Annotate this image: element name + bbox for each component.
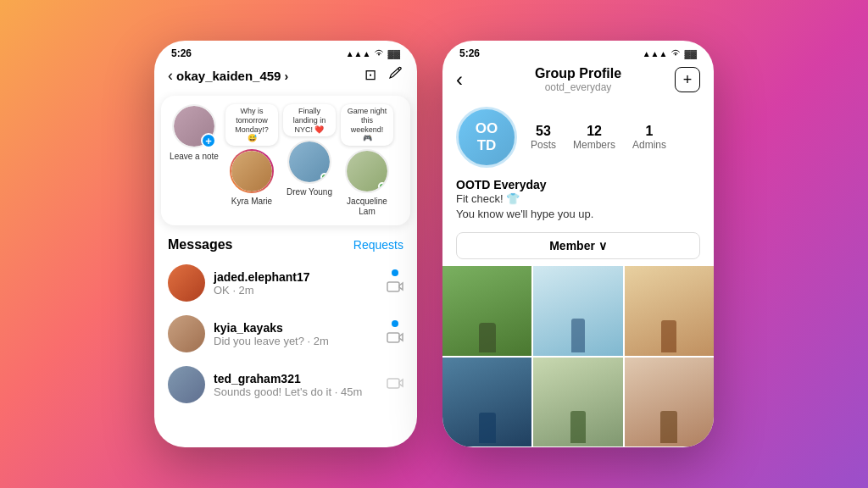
left-phone: 5:26 ▲▲▲ ▓▓ ‹ okay_kaiden_459 › ⊡ <box>154 41 417 447</box>
left-nav: ‹ okay_kaiden_459 › ⊡ <box>154 63 417 92</box>
svg-rect-2 <box>387 379 399 388</box>
members-label: Members <box>573 139 615 151</box>
nav-title-left[interactable]: ‹ okay_kaiden_459 › <box>168 67 288 85</box>
add-note-item[interactable]: + Leave a note <box>168 104 220 162</box>
message-item-1[interactable]: jaded.elephant17 OK · 2m <box>154 258 417 308</box>
kyra-note: Why is tomorrow Monday!? 😅 <box>225 104 278 146</box>
unread-dot-2 <box>392 320 398 327</box>
jacqueline-avatar[interactable] <box>345 149 389 193</box>
message-item-2[interactable]: kyia_kayaks Did you leave yet? · 2m <box>154 308 417 359</box>
posts-count: 53 <box>536 124 551 139</box>
nav-icons: ⊡ <box>364 66 403 86</box>
camera-icon-1[interactable] <box>387 280 403 297</box>
story-drew[interactable]: Finally landing in NYC! ❤️ Drew Young <box>283 104 336 197</box>
unread-dot-1 <box>392 269 398 276</box>
msg-preview-3: Sounds good! Let's do it · 45m <box>214 385 378 398</box>
camera-icon-3[interactable] <box>387 376 403 394</box>
svg-rect-1 <box>387 333 399 342</box>
msg-right-2 <box>387 320 403 348</box>
msg-avatar-2 <box>168 315 205 352</box>
wifi-icon-right <box>670 47 681 59</box>
member-button[interactable]: Member ∨ <box>456 232 700 259</box>
photo-1[interactable] <box>442 266 531 355</box>
group-profile-header: OO TD 53 Posts 12 Members 1 Admins <box>442 100 714 175</box>
photo-grid <box>442 266 714 446</box>
msg-right-1 <box>387 269 403 297</box>
stat-members: 12 Members <box>573 124 615 151</box>
back-arrow[interactable]: ‹ <box>168 67 173 85</box>
right-nav: ‹ Group Profile ootd_everyday + <box>442 63 714 100</box>
stat-admins: 1 Admins <box>632 124 666 151</box>
requests-link[interactable]: Requests <box>353 238 403 252</box>
time-right: 5:26 <box>459 47 480 59</box>
avatar-text-line2: TD <box>476 137 498 154</box>
msg-content-3: ted_graham321 Sounds good! Let's do it ·… <box>214 372 378 398</box>
camera-icon-2[interactable] <box>387 330 403 348</box>
group-stats: 53 Posts 12 Members 1 Admins <box>531 124 666 151</box>
story-jacqueline[interactable]: Game night this weekend! 🎮 Jacqueline La… <box>341 104 393 217</box>
stories-row: + Leave a note Why is tomorrow Monday!? … <box>161 96 410 225</box>
member-label: Member ∨ <box>549 239 607 252</box>
group-name: OOTD Everyday <box>456 178 700 191</box>
plus-icon: + <box>683 71 693 89</box>
add-note-avatar[interactable]: + <box>172 104 216 148</box>
msg-preview-2: Did you leave yet? · 2m <box>214 335 378 347</box>
group-info: OOTD Everyday Fit check! 👕 You know we'l… <box>442 175 714 229</box>
jacqueline-name: Jacqueline Lam <box>341 197 393 217</box>
battery-icon-right: ▓▓ <box>684 49 697 58</box>
posts-label: Posts <box>531 139 556 151</box>
add-group-button[interactable]: + <box>675 67 700 92</box>
nav-subtitle-right: ootd_everyday <box>535 81 621 93</box>
svg-rect-0 <box>387 282 399 291</box>
photo-6[interactable] <box>625 358 714 446</box>
add-note-label: Leave a note <box>170 152 219 162</box>
members-count: 12 <box>587 124 602 139</box>
kyra-avatar[interactable] <box>230 149 274 193</box>
photo-5[interactable] <box>533 358 622 446</box>
msg-username-1: jaded.elephant17 <box>214 270 378 284</box>
jacqueline-note: Game night this weekend! 🎮 <box>341 104 393 146</box>
msg-right-3 <box>387 376 403 394</box>
battery-icon: ▓▓ <box>387 49 400 58</box>
story-kyra[interactable]: Why is tomorrow Monday!? 😅 Kyra Marie <box>225 104 278 207</box>
drew-note: Finally landing in NYC! ❤️ <box>283 104 336 136</box>
photo-3[interactable] <box>625 266 714 355</box>
msg-avatar-3 <box>168 366 205 403</box>
stat-posts: 53 Posts <box>531 124 556 151</box>
kyra-name: Kyra Marie <box>231 197 272 207</box>
photo-4[interactable] <box>442 358 531 446</box>
bio-line1: Fit check! 👕 <box>456 192 520 205</box>
msg-preview-1: OK · 2m <box>214 284 378 297</box>
photo-2[interactable] <box>533 266 622 355</box>
username-title[interactable]: okay_kaiden_459 <box>176 69 281 83</box>
signal-icon: ▲▲▲ <box>346 49 371 58</box>
group-bio: Fit check! 👕 You know we'll hype you up. <box>456 191 700 222</box>
status-icons-left: ▲▲▲ ▓▓ <box>346 47 400 59</box>
status-bar-left: 5:26 ▲▲▲ ▓▓ <box>154 41 417 63</box>
nav-title-right: Group Profile <box>535 66 621 81</box>
group-profile-title: Group Profile ootd_everyday <box>535 66 621 93</box>
msg-avatar-1 <box>168 264 205 302</box>
wifi-icon <box>374 47 384 59</box>
group-avatar: OO TD <box>456 107 517 168</box>
avatar-text-line1: OO <box>476 120 498 137</box>
jacqueline-online-dot <box>378 182 387 191</box>
video-icon[interactable]: ⊡ <box>364 66 376 86</box>
msg-content-1: jaded.elephant17 OK · 2m <box>214 270 378 297</box>
msg-content-2: kyia_kayaks Did you leave yet? · 2m <box>214 321 378 347</box>
admins-count: 1 <box>646 124 654 139</box>
signal-icon-right: ▲▲▲ <box>643 49 668 58</box>
back-arrow-right[interactable]: ‹ <box>456 68 481 92</box>
chevron-icon: › <box>284 69 288 83</box>
message-item-3[interactable]: ted_graham321 Sounds good! Let's do it ·… <box>154 359 417 410</box>
drew-online-dot <box>320 173 329 181</box>
messages-header: Messages Requests <box>154 229 417 258</box>
time-left: 5:26 <box>171 47 192 59</box>
status-bar-right: 5:26 ▲▲▲ ▓▓ <box>442 41 714 63</box>
msg-username-2: kyia_kayaks <box>214 321 378 335</box>
drew-avatar[interactable] <box>287 140 331 184</box>
drew-name: Drew Young <box>287 187 332 197</box>
messages-title: Messages <box>168 237 233 252</box>
compose-icon[interactable] <box>388 66 403 86</box>
admins-label: Admins <box>632 139 666 151</box>
